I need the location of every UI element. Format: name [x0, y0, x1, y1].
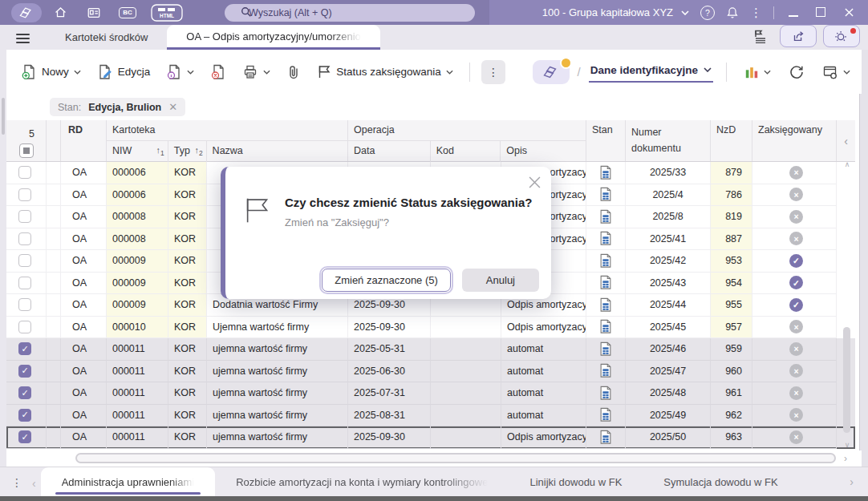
- document-icon: [598, 275, 613, 290]
- column-header-numer[interactable]: Numer dokumentu: [626, 120, 711, 161]
- detail-tab[interactable]: Rozbicie amortyzacji na konta i wymiary …: [215, 467, 509, 496]
- row-checkbox[interactable]: ✓: [18, 409, 31, 422]
- edit-button[interactable]: Edycja: [92, 60, 156, 84]
- row-checkbox[interactable]: [18, 188, 31, 201]
- detail-tab[interactable]: Linijki dowodu w FK: [509, 467, 643, 496]
- row-checkbox[interactable]: [18, 210, 31, 223]
- remove-filter-icon[interactable]: ✕: [168, 101, 177, 113]
- cell-numer-dokumentu: 2025/45: [626, 317, 711, 339]
- row-checkbox[interactable]: ✓: [18, 386, 31, 399]
- posting-status-button[interactable]: Status zaksięgowania: [312, 60, 458, 83]
- table-row[interactable]: ✓OA000011KORujemna wartość firmy2025-09-…: [6, 426, 855, 449]
- row-checkbox-cell: [6, 162, 47, 184]
- column-header-stan[interactable]: Stan: [586, 120, 626, 161]
- bc-module-button[interactable]: BC: [112, 3, 143, 22]
- search-input[interactable]: [225, 4, 475, 22]
- select-all-checkbox[interactable]: [19, 143, 34, 158]
- cancel-button[interactable]: Anuluj: [462, 269, 539, 292]
- view-selector[interactable]: Dane identyfikacyjne: [589, 62, 713, 83]
- detail-tab[interactable]: Symulacja dowodu w FK: [643, 467, 798, 496]
- row-checkbox[interactable]: [18, 254, 31, 267]
- row-checkbox[interactable]: [18, 166, 31, 179]
- nav-tab[interactable]: Kartoteki środków: [46, 25, 167, 50]
- confirm-change-selected-button[interactable]: Zmień zaznaczone (5): [322, 269, 451, 292]
- filter-chip[interactable]: Stan: Edycja, Brulion ✕: [50, 98, 185, 116]
- refresh-button[interactable]: [784, 60, 809, 84]
- row-checkbox[interactable]: ✓: [18, 342, 31, 355]
- vertical-scroll-thumb[interactable]: [843, 327, 850, 433]
- window-minimize-button[interactable]: [785, 6, 801, 20]
- html-module-button[interactable]: HTML: [146, 3, 188, 22]
- row-checkbox-cell: ✓: [6, 338, 47, 361]
- row-spacer: [47, 426, 61, 449]
- window-bottom-edge: [0, 496, 868, 501]
- company-selector[interactable]: 100 - Grupa kapitałowa XYZ: [542, 6, 689, 18]
- table-row[interactable]: OA000010KORUjemna wartość firmy2025-09-3…: [6, 317, 855, 339]
- column-header-opis[interactable]: Opis: [501, 141, 586, 162]
- column-header-kod[interactable]: Kod: [431, 141, 501, 162]
- print-button[interactable]: [237, 60, 275, 84]
- column-header-rd[interactable]: RD: [61, 120, 107, 161]
- table-row[interactable]: ✓OA000011KORujemna wartość firmy2025-06-…: [6, 361, 855, 383]
- horizontal-scrollbar[interactable]: ›: [6, 450, 862, 467]
- column-header-typ[interactable]: Typ ↑2: [168, 141, 207, 162]
- share-button[interactable]: [780, 25, 817, 47]
- table-row[interactable]: ✓OA000011KORujemna wartość firmy2025-07-…: [6, 382, 855, 405]
- assistant-button[interactable]: [823, 25, 860, 47]
- table-row[interactable]: ✓OA000011KORujemna wartość firmy2025-05-…: [6, 338, 855, 361]
- modules-button[interactable]: [11, 3, 42, 22]
- panel-list-icon[interactable]: [752, 28, 769, 44]
- new-button[interactable]: Nowy: [16, 60, 86, 84]
- attachment-button[interactable]: [282, 60, 306, 84]
- chevron-down-icon: [187, 70, 194, 75]
- detail-tabs-menu-icon[interactable]: ⋮: [11, 476, 22, 489]
- row-checkbox[interactable]: ✓: [18, 430, 31, 443]
- nav-tab[interactable]: OA – Odpis amortyzacyjny/umorzenio: [167, 25, 379, 50]
- column-header-zaksiegowany[interactable]: Zaksięgowany: [752, 120, 837, 161]
- horizontal-scroll-thumb[interactable]: [75, 453, 836, 463]
- row-checkbox[interactable]: ✓: [18, 365, 31, 378]
- column-header-niw[interactable]: NIW ↑1: [107, 141, 168, 162]
- column-header-nzd[interactable]: NzD: [711, 120, 752, 161]
- selection-header[interactable]: 5: [6, 120, 47, 161]
- chart-view-button[interactable]: [740, 61, 776, 83]
- nav-tab-label: Kartoteki środków: [65, 31, 148, 43]
- row-checkbox[interactable]: [18, 321, 31, 333]
- row-checkbox[interactable]: [18, 298, 31, 311]
- main-menu-button[interactable]: [16, 34, 30, 43]
- left-panel-edge[interactable]: [0, 50, 6, 467]
- column-header-nazwa[interactable]: Nazwa: [207, 141, 347, 162]
- scroll-down-icon[interactable]: ∨: [845, 441, 850, 449]
- scroll-up-icon[interactable]: ∧: [845, 160, 850, 168]
- record-context-button[interactable]: [533, 60, 570, 84]
- chevron-left-icon[interactable]: ‹: [32, 477, 36, 490]
- column-header-data[interactable]: Data: [348, 141, 431, 162]
- vertical-scrollbar[interactable]: ∧ ∨: [841, 122, 854, 461]
- document-info-button[interactable]: [161, 60, 199, 84]
- lightbulb-icon: [834, 28, 850, 44]
- group-label-operacja: Operacja: [348, 120, 586, 141]
- bell-icon[interactable]: [726, 6, 739, 19]
- table-row[interactable]: ✓OA000011KORujemna wartość firmy2025-08-…: [6, 405, 855, 427]
- cell-numer-dokumentu: 2025/48: [626, 382, 711, 405]
- confirm-dialog: Czy chcesz zmienić Status zaksięgowania?…: [221, 167, 551, 299]
- detail-tab[interactable]: Administracja uprawnieniami: [41, 467, 215, 496]
- contacts-button[interactable]: [79, 3, 109, 22]
- cell-stan: [586, 338, 626, 361]
- titlebar-menu-icon[interactable]: ⋮: [750, 6, 762, 20]
- layout-settings-button[interactable]: [817, 60, 855, 84]
- more-actions-button[interactable]: ⋮: [481, 60, 505, 84]
- window-close-button[interactable]: [840, 8, 858, 17]
- help-icon[interactable]: ?: [700, 6, 715, 20]
- row-checkbox[interactable]: [18, 232, 31, 245]
- delete-button[interactable]: [205, 60, 231, 84]
- document-icon: [598, 430, 613, 445]
- window-maximize-button[interactable]: [813, 6, 829, 20]
- dialog-close-button[interactable]: [529, 176, 541, 189]
- cell-data: 2025-09-30: [348, 426, 431, 449]
- chevron-right-icon[interactable]: ›: [850, 475, 854, 488]
- row-checkbox[interactable]: [18, 277, 31, 289]
- cell-niw: 000011: [107, 338, 168, 361]
- not-posted-x-icon: ×: [789, 210, 803, 224]
- home-button[interactable]: [45, 3, 75, 22]
